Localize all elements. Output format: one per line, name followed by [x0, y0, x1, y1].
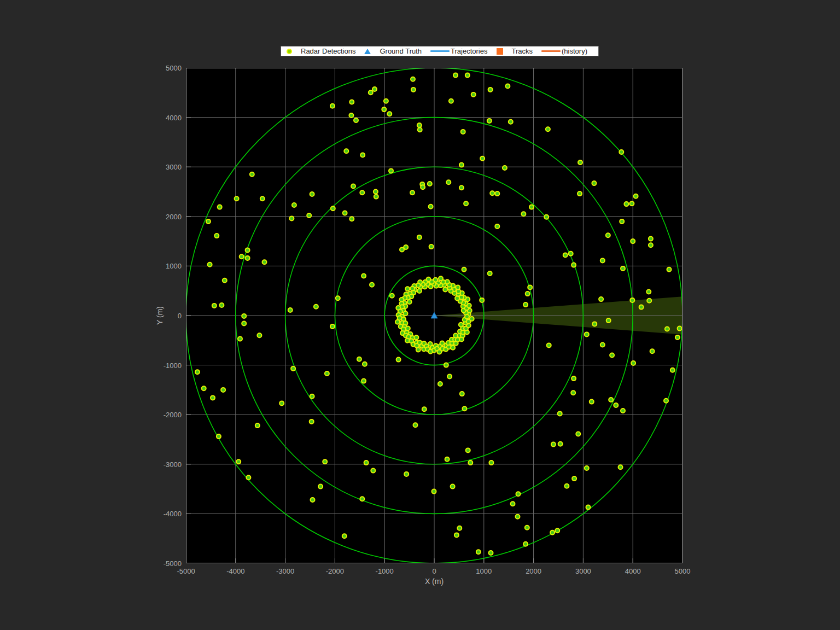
detection-dot [405, 287, 410, 291]
detection-dot [505, 84, 510, 89]
legend-label: Ground Truth [380, 47, 422, 55]
x-axis-label: X (m) [186, 577, 682, 586]
detection-dot [610, 353, 614, 358]
y-tick-label: -3000 [149, 460, 182, 468]
detection-dot [646, 290, 651, 294]
detection-dot [639, 305, 644, 310]
detection-dot [460, 392, 464, 396]
detection-dot [464, 201, 468, 206]
y-tick-label: 3000 [149, 163, 182, 171]
detection-dot [457, 526, 462, 530]
legend-item-ground-truth[interactable]: Ground Truth [364, 47, 422, 55]
detection-dot [219, 303, 224, 307]
detection-dot [630, 298, 634, 302]
legend-item-tracks[interactable]: Tracks [497, 47, 533, 55]
plot-area [186, 68, 682, 563]
detection-dot [503, 166, 507, 170]
detection-dot [413, 423, 418, 427]
detection-dot [342, 534, 347, 538]
detection-dot [349, 100, 354, 104]
detection-dot [444, 363, 448, 368]
detection-dot [454, 533, 459, 537]
detection-dot [318, 485, 323, 489]
detection-dot [404, 472, 409, 476]
detection-dot [629, 201, 634, 206]
detection-dot [586, 505, 591, 510]
detection-dot [360, 190, 364, 195]
detection-dot [416, 347, 421, 352]
detection-dot [238, 337, 242, 341]
y-tick-label: 1000 [149, 262, 182, 270]
detection-dot [307, 213, 311, 218]
legend: Radar DetectionsGround TruthTrajectories… [281, 46, 599, 56]
detection-dot [372, 87, 377, 91]
detection-dot [528, 285, 532, 289]
legend-label: Tracks [512, 47, 533, 55]
detection-dot [417, 235, 422, 240]
detection-dot [634, 194, 638, 199]
legend-label: (history) [562, 47, 587, 55]
detection-dot [387, 112, 392, 116]
detection-dot [279, 401, 284, 405]
detection-dot [480, 156, 485, 161]
legend-item-history[interactable]: (history) [541, 47, 587, 55]
detection-dot [311, 498, 315, 502]
detection-dot [547, 343, 551, 347]
detection-dot [407, 300, 412, 304]
detection-dot [551, 442, 556, 447]
detection-dot [330, 104, 335, 108]
detection-dot [235, 196, 239, 201]
detection-dot [459, 163, 464, 167]
y-axis-label: Y (m) [155, 299, 164, 332]
detection-dot [459, 185, 464, 190]
track-marker-icon [497, 48, 503, 55]
y-tick-label: 5000 [149, 64, 182, 72]
detection-dot [400, 248, 404, 252]
detection-dot [351, 184, 355, 189]
detection-dot [364, 460, 369, 465]
detection-dot [246, 475, 250, 480]
detection-dot [451, 346, 455, 350]
detection-dot [647, 299, 651, 303]
x-tick-label: -4000 [226, 567, 244, 575]
detection-dot [406, 326, 410, 330]
detection-dot [288, 308, 293, 312]
x-tick-label: -2000 [326, 567, 344, 575]
detection-dot [590, 400, 594, 404]
y-tick-label: -5000 [149, 559, 182, 568]
detection-dot [255, 423, 260, 428]
detection-dot [390, 294, 394, 298]
detection-dot [453, 73, 458, 78]
detection-dot [417, 289, 422, 293]
detection-dot [257, 333, 261, 337]
legend-item-trajectories[interactable]: Trajectories [430, 47, 487, 55]
detection-dot [418, 127, 422, 132]
detection-dot [246, 256, 250, 260]
legend-item-radar-detections[interactable]: Radar Detections [287, 47, 355, 55]
detection-dot [470, 317, 474, 321]
y-tick-label: -4000 [149, 510, 182, 518]
detection-dot [471, 92, 476, 97]
detection-dot [509, 120, 513, 124]
detection-dot [221, 388, 225, 392]
detection-dot [600, 343, 605, 347]
legend-label: Trajectories [451, 47, 487, 55]
detection-dot [571, 390, 575, 395]
detection-dot [546, 127, 550, 131]
detection-dot [396, 358, 401, 362]
detection-dot [571, 263, 576, 267]
detection-dot [236, 459, 241, 464]
detection-dot [489, 551, 493, 555]
detection-dot [382, 107, 386, 112]
detection-dot [465, 73, 470, 78]
detection-dot [650, 349, 655, 353]
detection-dot [214, 234, 219, 238]
detection-dot [370, 283, 374, 287]
detection-dot [555, 528, 559, 533]
y-tick-label: 2000 [149, 212, 182, 220]
x-tick-label: 2000 [526, 567, 541, 575]
detection-dot [621, 266, 625, 271]
detection-dot [242, 314, 246, 318]
detection-dot [331, 206, 335, 211]
detection-dot [422, 407, 427, 411]
